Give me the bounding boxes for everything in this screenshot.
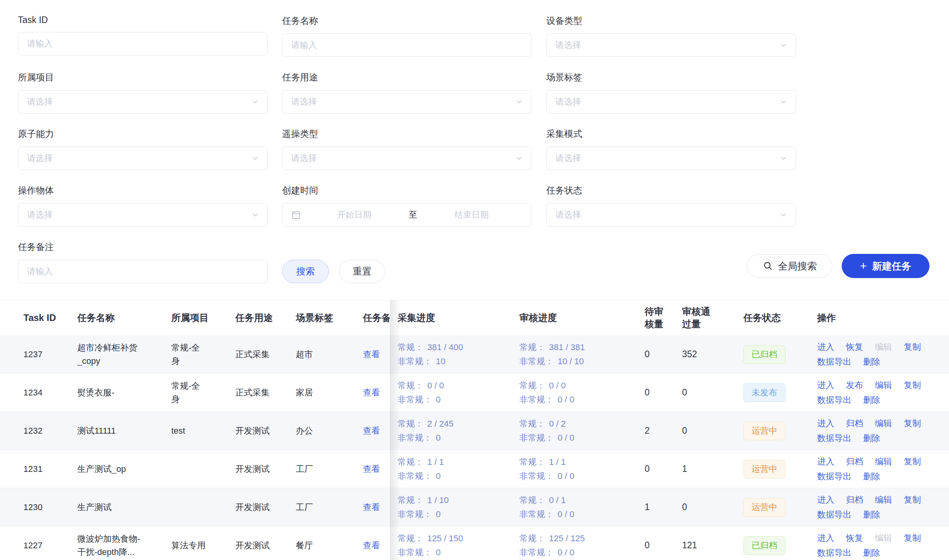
action-export[interactable]: 数据导出 <box>817 471 851 482</box>
action-copy[interactable]: 复制 <box>904 342 921 353</box>
header-approved: 审核通过量 <box>674 300 741 335</box>
action-restore[interactable]: 恢复 <box>846 533 863 544</box>
cell-task-id: 1230 <box>0 488 77 526</box>
search-button[interactable]: 搜索 <box>282 260 329 283</box>
project-select[interactable]: 请选择 <box>18 90 268 113</box>
status-badge: 已归档 <box>743 345 786 364</box>
action-export[interactable]: 数据导出 <box>817 395 851 406</box>
field-operate-object: 操作物体 请选择 <box>18 184 268 227</box>
status-badge: 运营中 <box>743 422 786 440</box>
status-badge: 运营中 <box>743 498 786 517</box>
view-remark-link[interactable]: 查看 <box>363 502 380 513</box>
cell-actions: 进入 发布 编辑 复制 数据导出 删除 <box>804 374 949 411</box>
status-badge: 未发布 <box>743 383 786 402</box>
action-copy[interactable]: 复制 <box>904 380 921 391</box>
action-archive[interactable]: 归档 <box>846 456 863 467</box>
cell-review-progress: 常规：0 / 1 非常规：0 / 0 <box>519 488 639 526</box>
action-enter[interactable]: 进入 <box>817 456 834 467</box>
field-teleop-type: 遥操类型 请选择 <box>282 128 532 170</box>
action-delete[interactable]: 删除 <box>863 548 880 558</box>
action-enter[interactable]: 进入 <box>817 494 834 505</box>
action-copy[interactable]: 复制 <box>904 418 921 429</box>
field-label: 任务备注 <box>18 241 268 253</box>
task-remark-input[interactable] <box>18 260 268 283</box>
start-date-placeholder[interactable]: 开始日期 <box>303 209 405 221</box>
task-name-input[interactable] <box>282 34 532 57</box>
device-type-select[interactable]: 请选择 <box>546 34 796 57</box>
chevron-down-icon <box>516 98 523 105</box>
chevron-down-icon <box>780 98 787 105</box>
field-create-time: 创建时间 开始日期 至 结束日期 <box>282 184 532 227</box>
action-delete[interactable]: 删除 <box>863 509 880 520</box>
cell-review-progress: 常规：125 / 125 非常规：0 / 0 <box>519 526 639 560</box>
action-delete[interactable]: 删除 <box>863 356 880 367</box>
action-export[interactable]: 数据导出 <box>817 433 851 444</box>
new-task-button[interactable]: + 新建任务 <box>842 254 929 278</box>
scene-tag-select[interactable]: 请选择 <box>546 90 796 113</box>
task-id-input[interactable] <box>18 32 268 55</box>
task-table: Task ID 任务名称 所属项目 任务用途 场景标签 任务备注 采集进度 审核… <box>0 300 949 560</box>
field-label: 设备类型 <box>546 15 796 27</box>
header-task-id: Task ID <box>0 300 77 335</box>
header-project: 所属项目 <box>171 300 235 335</box>
cell-review-progress: 常规：381 / 381 非常规：10 / 10 <box>519 335 639 373</box>
field-label: 操作物体 <box>18 184 268 197</box>
view-remark-link[interactable]: 查看 <box>363 349 380 360</box>
view-remark-link[interactable]: 查看 <box>363 387 380 399</box>
action-archive[interactable]: 归档 <box>846 494 863 505</box>
action-export[interactable]: 数据导出 <box>817 356 851 367</box>
action-delete[interactable]: 删除 <box>863 471 880 482</box>
action-publish[interactable]: 发布 <box>846 380 863 391</box>
cell-actions: 进入 归档 编辑 复制 数据导出 删除 <box>804 412 949 450</box>
end-date-placeholder[interactable]: 结束日期 <box>420 209 523 221</box>
create-time-range-picker[interactable]: 开始日期 至 结束日期 <box>282 203 532 227</box>
collect-mode-select[interactable]: 请选择 <box>546 147 796 170</box>
action-delete[interactable]: 删除 <box>863 395 880 406</box>
chevron-down-icon <box>780 211 787 218</box>
action-copy[interactable]: 复制 <box>904 494 921 505</box>
action-delete[interactable]: 删除 <box>863 433 880 444</box>
cell-collect-progress: 常规：1 / 1 非常规：0 <box>390 450 519 488</box>
action-archive[interactable]: 归档 <box>846 418 863 429</box>
view-remark-link[interactable]: 查看 <box>363 463 380 475</box>
view-remark-link[interactable]: 查看 <box>363 425 380 437</box>
view-remark-link[interactable]: 查看 <box>363 540 380 551</box>
global-search-button[interactable]: 全局搜索 <box>747 254 832 278</box>
task-status-select[interactable]: 请选择 <box>546 203 796 227</box>
atomic-ability-select[interactable]: 请选择 <box>18 147 268 170</box>
cell-task-id: 1234 <box>0 374 77 411</box>
action-export[interactable]: 数据导出 <box>817 548 851 558</box>
cell-collect-progress: 常规：0 / 0 非常规：0 <box>390 374 519 411</box>
cell-project <box>171 488 235 526</box>
cell-actions: 进入 恢复 编辑 复制 数据导出 删除 <box>804 335 949 373</box>
action-copy[interactable]: 复制 <box>904 533 921 544</box>
operate-object-select[interactable]: 请选择 <box>18 203 268 227</box>
reset-button[interactable]: 重置 <box>339 260 385 283</box>
field-device-type: 设备类型 请选择 <box>546 15 796 57</box>
cell-task-name: 测试11111 <box>77 412 171 450</box>
field-label: 所属项目 <box>18 71 268 83</box>
teleop-type-select[interactable]: 请选择 <box>282 147 532 170</box>
header-remark: 任务备注 <box>360 300 390 335</box>
action-enter[interactable]: 进入 <box>817 418 834 429</box>
action-restore[interactable]: 恢复 <box>846 342 863 353</box>
action-enter[interactable]: 进入 <box>817 533 834 544</box>
action-copy[interactable]: 复制 <box>904 456 921 467</box>
field-scene-tag: 场景标签 请选择 <box>546 71 796 113</box>
action-enter[interactable]: 进入 <box>817 380 834 391</box>
action-edit[interactable]: 编辑 <box>875 380 892 391</box>
field-task-remark: 任务备注 <box>18 241 268 283</box>
table-row: 1231 生产测试_op 开发测试 工厂 查看 常规：1 / 1 非常规：0 常… <box>0 450 949 488</box>
action-enter[interactable]: 进入 <box>817 342 834 353</box>
cell-actions: 进入 归档 编辑 复制 数据导出 删除 <box>804 450 949 488</box>
cell-approved-count: 0 <box>674 412 741 450</box>
cell-task-id: 1231 <box>0 450 77 488</box>
action-edit[interactable]: 编辑 <box>875 456 892 467</box>
purpose-select[interactable]: 请选择 <box>282 90 532 113</box>
action-edit[interactable]: 编辑 <box>875 494 892 505</box>
action-export[interactable]: 数据导出 <box>817 509 851 520</box>
header-purpose: 任务用途 <box>235 300 296 335</box>
chevron-down-icon <box>252 211 259 218</box>
action-edit[interactable]: 编辑 <box>875 418 892 429</box>
cell-task-name: 生产测试_op <box>77 450 171 488</box>
